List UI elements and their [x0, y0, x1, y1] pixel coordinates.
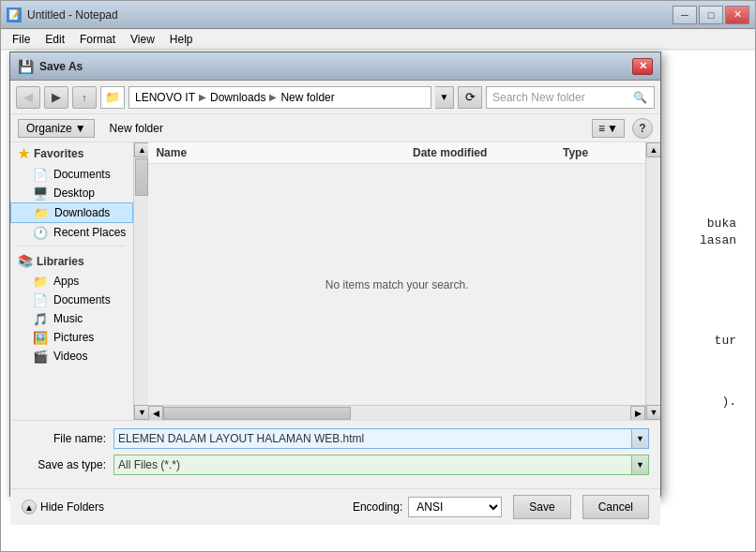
encoding-dropdown[interactable]: ANSI UTF-8 Unicode: [408, 497, 502, 517]
cancel-button[interactable]: Cancel: [582, 495, 649, 519]
save-button[interactable]: Save: [513, 495, 570, 519]
horiz-scroll-track[interactable]: [163, 406, 630, 421]
videos-icon: 🎬: [33, 350, 48, 363]
search-placeholder[interactable]: Search New folder: [492, 91, 627, 104]
save-type-dropdown[interactable]: ▼: [632, 455, 649, 475]
bg-text-lasan: lasan: [700, 233, 736, 247]
file-name-input-wrapper: ▼: [113, 428, 649, 449]
col-type-header[interactable]: Type: [563, 146, 638, 159]
refresh-button[interactable]: ⟳: [458, 86, 482, 109]
notepad-minimize-button[interactable]: ─: [673, 6, 697, 24]
empty-message: No items match your search.: [325, 278, 469, 291]
breadcrumb-bar[interactable]: LENOVO IT ▶ Downloads ▶ New folder: [129, 86, 431, 109]
notepad-titlebar: 📝 Untitled - Notepad ─ □ ✕: [1, 1, 755, 29]
horiz-scroll-thumb[interactable]: [163, 407, 351, 420]
sidebar-item-recent-places[interactable]: 🕐 Recent Places: [10, 223, 133, 242]
dialog-titlebar: 💾 Save As ✕: [10, 52, 660, 81]
save-as-dialog: 💾 Save As ✕ ◀ ▶ ↑ 📁 LENOVO IT ▶ Download…: [9, 52, 661, 497]
file-name-label: File name:: [22, 432, 106, 445]
sidebar-item-desktop[interactable]: 🖥️ Desktop: [10, 184, 133, 202]
menu-file[interactable]: File: [5, 31, 38, 48]
file-pane-header: Name Date modified Type: [148, 142, 645, 164]
menu-view[interactable]: View: [123, 31, 162, 48]
favorites-header[interactable]: ★ Favorites: [10, 142, 133, 165]
notepad-window-controls: ─ □ ✕: [673, 6, 749, 24]
music-icon: 🎵: [33, 312, 48, 325]
apps-icon: 📁: [33, 275, 48, 288]
file-area-empty: No items match your search.: [148, 164, 645, 405]
nav-scroll-track[interactable]: [134, 157, 148, 405]
file-name-input[interactable]: [113, 428, 632, 449]
notepad-icon: 📝: [7, 7, 22, 22]
col-date-header[interactable]: Date modified: [413, 146, 563, 159]
encoding-section: Encoding: ANSI UTF-8 Unicode Save Cancel: [353, 495, 649, 519]
breadcrumb-chevron-2: ▶: [269, 92, 277, 102]
sidebar-item-pictures[interactable]: 🖼️ Pictures: [10, 328, 133, 347]
dialog-footer: ▲ Hide Folders Encoding: ANSI UTF-8 Unic…: [10, 488, 660, 525]
documents-lib-icon: 📄: [33, 293, 48, 306]
file-scroll-track[interactable]: [646, 157, 660, 405]
nav-scroll-thumb[interactable]: [135, 158, 148, 196]
file-scroll-up[interactable]: ▲: [646, 142, 660, 157]
dialog-body: ★ Favorites 📄 Documents 🖥️ Desktop: [10, 142, 660, 421]
dialog-toolbar: ◀ ▶ ↑ 📁 LENOVO IT ▶ Downloads ▶ New fold…: [10, 81, 660, 114]
libraries-icon: 📚: [18, 254, 33, 268]
sidebar-item-documents[interactable]: 📄 Documents: [10, 165, 133, 184]
file-scrollbar[interactable]: ▲ ▼: [645, 142, 660, 420]
sidebar-item-apps[interactable]: 📁 Apps: [10, 272, 133, 291]
organize-dropdown-icon: ▼: [75, 122, 86, 135]
horiz-scroll-right[interactable]: ▶: [630, 406, 645, 421]
menu-help[interactable]: Help: [162, 31, 201, 48]
notepad-maximize-button[interactable]: □: [699, 6, 723, 24]
sidebar-item-music[interactable]: 🎵 Music: [10, 309, 133, 328]
notepad-close-button[interactable]: ✕: [725, 6, 749, 24]
organize-button[interactable]: Organize ▼: [18, 119, 95, 138]
nav-scroll-down[interactable]: ▼: [134, 405, 149, 420]
save-type-label: Save as type:: [22, 458, 106, 471]
file-pane: Name Date modified Type No items match y…: [148, 142, 645, 420]
sidebar-item-videos[interactable]: 🎬 Videos: [10, 347, 133, 366]
menu-format[interactable]: Format: [72, 31, 123, 48]
desktop-icon: 🖥️: [33, 186, 48, 200]
view-icon: ≡: [598, 122, 605, 135]
menu-edit[interactable]: Edit: [38, 31, 72, 48]
dialog-title: 💾 Save As: [18, 59, 83, 74]
sidebar-item-downloads[interactable]: 📁 Downloads: [10, 202, 133, 223]
documents-icon: 📄: [33, 168, 48, 181]
downloads-icon: 📁: [34, 206, 49, 219]
breadcrumb-dropdown-button[interactable]: ▼: [435, 86, 454, 109]
save-type-input[interactable]: [113, 455, 632, 475]
sidebar-item-documents-lib[interactable]: 📄 Documents: [10, 291, 133, 309]
search-bar: Search New folder 🔍: [486, 86, 655, 109]
new-folder-button[interactable]: New folder: [102, 120, 171, 137]
star-icon: ★: [18, 146, 30, 161]
hide-folders-label: Hide Folders: [40, 500, 104, 514]
breadcrumb-folder-icon: 📁: [105, 90, 120, 104]
notepad-title: Untitled - Notepad: [27, 8, 118, 22]
libraries-header[interactable]: 📚 Libraries: [10, 250, 133, 272]
file-scroll-down[interactable]: ▼: [646, 405, 660, 420]
notepad-title-left: 📝 Untitled - Notepad: [7, 7, 118, 22]
bg-text-end: ).: [721, 395, 736, 409]
up-button[interactable]: ↑: [72, 86, 97, 109]
dialog-close-button[interactable]: ✕: [632, 58, 653, 75]
pictures-icon: 🖼️: [33, 331, 48, 344]
dialog-toolbar2: Organize ▼ New folder ≡ ▼ ?: [10, 114, 660, 142]
hide-folders-chevron-icon: ▲: [22, 500, 37, 515]
file-name-dropdown[interactable]: ▼: [632, 428, 649, 449]
back-button[interactable]: ◀: [16, 86, 40, 109]
file-name-row: File name: ▼: [22, 428, 649, 449]
horizontal-scrollbar[interactable]: ◀ ▶: [148, 405, 645, 420]
nav-pane: ★ Favorites 📄 Documents 🖥️ Desktop: [10, 142, 133, 420]
hide-folders-button[interactable]: ▲ Hide Folders: [22, 500, 104, 515]
forward-button[interactable]: ▶: [44, 86, 68, 109]
nav-scroll-up[interactable]: ▲: [134, 142, 149, 157]
breadcrumb-level1: Downloads: [210, 91, 265, 104]
search-icon[interactable]: 🔍: [631, 89, 648, 106]
bg-text-tur: tur: [715, 334, 736, 348]
view-button[interactable]: ≡ ▼: [592, 119, 625, 138]
horiz-scroll-left[interactable]: ◀: [148, 406, 163, 421]
help-button[interactable]: ?: [632, 118, 653, 139]
col-name-header[interactable]: Name: [156, 146, 413, 159]
nav-scrollbar[interactable]: ▲ ▼: [133, 142, 148, 420]
